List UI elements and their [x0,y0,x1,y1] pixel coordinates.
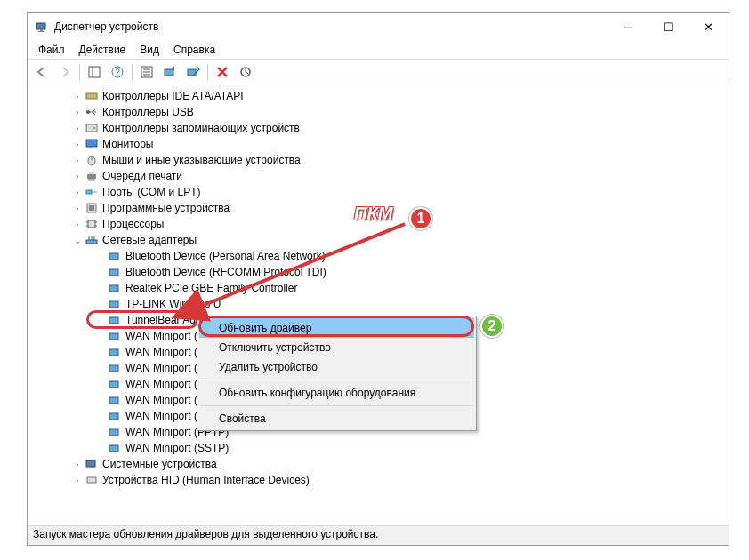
svg-rect-14 [86,93,97,99]
printer-icon [85,169,99,183]
svg-rect-40 [109,301,118,308]
svg-rect-51 [89,467,93,468]
expand-icon[interactable]: › [72,123,83,133]
svg-rect-42 [109,333,118,340]
menu-help[interactable]: Справка [166,42,222,58]
svg-rect-11 [165,69,173,76]
context-menu-remove[interactable]: Удалить устройство [199,357,474,377]
category-mice[interactable]: ›Мыши и иные указывающие устройства [28,152,729,168]
netadapter-icon [108,361,122,375]
devmgr-icon [35,20,49,34]
svg-rect-41 [109,317,118,324]
scan-hardware-button[interactable] [182,62,204,82]
expand-icon[interactable]: › [72,187,83,197]
toolbar: ? [28,60,729,84]
disable-button[interactable] [235,62,256,82]
svg-rect-1 [40,29,43,31]
context-menu-scan[interactable]: Обновить конфигурацию оборудования [199,383,474,403]
svg-rect-27 [89,179,94,180]
minimize-button[interactable]: ─ [608,13,648,40]
device-wan-sstp[interactable]: WAN Miniport (SSTP) [28,440,729,456]
help-button[interactable]: ? [107,62,128,82]
category-storage[interactable]: ›Контроллеры запоминающих устройств [28,120,729,136]
device-bluetooth-rfcomm[interactable]: Bluetooth Device (RFCOMM Protocol TDI) [28,264,729,280]
device-manager-window: Диспетчер устройств ─ ☐ ✕ Файл Действие … [27,12,729,546]
monitor-icon [85,137,99,151]
back-button[interactable] [31,62,52,82]
svg-rect-36 [86,240,97,244]
device-tree[interactable]: ›Контроллеры IDE ATA/ATAPI ›Контроллеры … [28,84,729,520]
netadapter-icon [108,249,122,263]
window-title: Диспетчер устройств [54,20,608,33]
expand-icon[interactable]: › [72,171,83,181]
svg-rect-26 [89,172,94,174]
ide-icon [85,89,99,103]
close-button[interactable]: ✕ [689,13,729,40]
svg-rect-50 [86,460,95,467]
category-netadapters[interactable]: ⌄Сетевые адаптеры [28,232,729,248]
context-menu-properties[interactable]: Свойства [199,409,474,428]
storage-icon [85,121,99,135]
svg-rect-48 [109,429,118,436]
device-bluetooth-pan[interactable]: Bluetooth Device (Personal Area Network) [28,248,729,264]
expand-icon[interactable]: › [72,219,83,229]
menu-action[interactable]: Действие [72,42,133,58]
device-realtek[interactable]: Realtek PCIe GBE Family Controller [28,280,729,296]
svg-rect-30 [89,205,94,211]
expand-icon[interactable]: › [72,107,83,117]
expand-icon[interactable]: › [72,459,83,469]
cpu-icon [85,217,99,231]
svg-rect-46 [109,397,118,404]
svg-rect-25 [87,174,96,179]
netadapter-icon [108,441,122,455]
svg-rect-37 [109,253,118,260]
expand-icon[interactable]: › [72,203,83,213]
system-icon [85,457,99,471]
show-hide-tree-button[interactable] [84,62,105,82]
category-usb[interactable]: ›Контроллеры USB [28,104,729,120]
menubar: Файл Действие Вид Справка [28,40,729,60]
uninstall-button[interactable] [212,62,233,82]
expand-icon[interactable]: › [72,475,83,485]
category-ports[interactable]: ›Порты (COM и LPT) [28,184,729,200]
usb-icon [85,105,99,119]
netadapter-icon [108,345,122,359]
mouse-icon [85,153,99,167]
svg-rect-39 [109,285,118,292]
menu-view[interactable]: Вид [133,42,166,58]
category-hid[interactable]: ›Устройства HID (Human Interface Devices… [28,472,729,488]
expand-icon[interactable]: › [72,91,83,101]
category-ide[interactable]: ›Контроллеры IDE ATA/ATAPI [28,88,729,104]
context-menu-disable[interactable]: Отключить устройство [199,338,474,357]
netadapter-icon [108,377,122,391]
menu-file[interactable]: Файл [31,42,72,58]
netadapter-icon [108,329,122,343]
category-printqueues[interactable]: ›Очереди печати [28,168,729,184]
expand-icon[interactable]: › [72,139,83,149]
properties-button[interactable] [136,62,157,82]
svg-point-20 [93,127,95,129]
expand-icon[interactable]: › [72,155,83,165]
titlebar[interactable]: Диспетчер устройств ─ ☐ ✕ [28,13,729,40]
update-driver-button[interactable] [159,62,181,82]
annotation-badge-2: 2 [480,315,503,338]
svg-rect-3 [89,67,100,77]
svg-rect-22 [90,147,93,148]
context-menu-update-driver[interactable]: Обновить драйвер [199,318,474,338]
collapse-icon[interactable]: ⌄ [72,235,83,245]
svg-rect-28 [86,190,92,194]
category-monitors[interactable]: ›Мониторы [28,136,729,152]
svg-rect-47 [109,413,118,420]
forward-button[interactable] [54,62,76,82]
svg-rect-19 [86,124,97,132]
annotation-badge-1: 1 [409,207,432,230]
category-sysdev[interactable]: ›Системные устройства [28,456,729,472]
statusbar-text: Запуск мастера обновления драйверов для … [33,528,378,540]
svg-rect-2 [38,31,44,32]
window-controls: ─ ☐ ✕ [608,13,729,40]
maximize-button[interactable]: ☐ [648,13,689,40]
context-menu: Обновить драйвер Отключить устройство Уд… [197,316,477,431]
device-tplink[interactable]: TP-LINK Wireless U [28,296,729,312]
netadapter-icon [108,297,122,311]
svg-rect-49 [109,445,118,452]
